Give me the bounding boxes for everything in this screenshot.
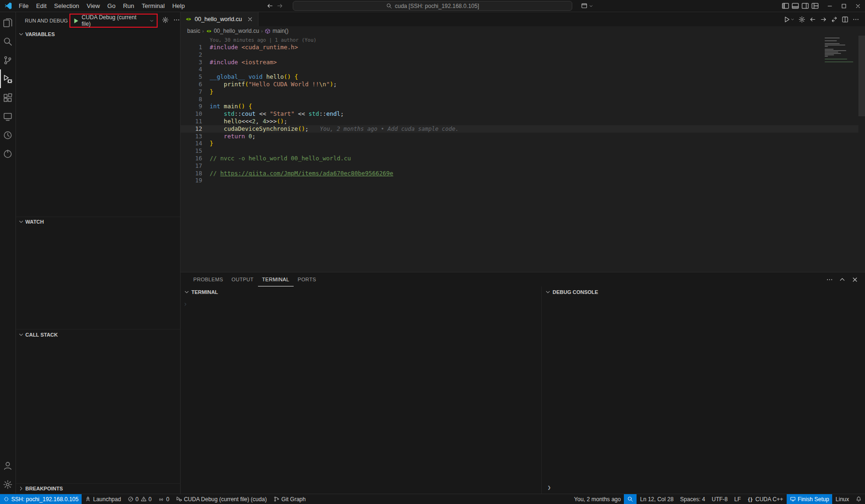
panel-tab-terminal[interactable]: TERMINAL — [258, 272, 294, 286]
toggle-secondary-sidebar-icon[interactable] — [801, 2, 809, 10]
menu-edit[interactable]: Edit — [32, 1, 50, 11]
more-actions-button[interactable] — [851, 15, 860, 24]
menu-file[interactable]: File — [15, 1, 32, 11]
activity-explorer-icon[interactable] — [0, 13, 15, 32]
panel-tab-ports[interactable]: PORTS — [294, 272, 320, 286]
code-link[interactable]: https://qiita.com/JmpM/items/ada670ec80b… — [220, 170, 394, 177]
breadcrumb-item[interactable]: main() — [265, 28, 288, 34]
activity-settings-gear-icon[interactable] — [0, 475, 15, 494]
status-ports[interactable]: 0 — [155, 494, 173, 504]
activity-search-icon[interactable] — [0, 32, 15, 51]
activity-gitlens-icon[interactable] — [0, 126, 15, 144]
activity-account-icon[interactable] — [0, 456, 15, 475]
line-number[interactable]: 8 — [181, 96, 202, 103]
status-encoding[interactable]: UTF-8 — [708, 494, 731, 504]
search-box[interactable]: cuda [SSH: pochi_192.168.0.105] — [293, 1, 572, 11]
status-blame[interactable]: You, 2 months ago — [571, 494, 624, 504]
minimap[interactable] — [823, 37, 858, 64]
section-header-call-stack[interactable]: CALL STACK — [16, 329, 180, 339]
minimize-button[interactable] — [823, 0, 837, 12]
close-tab-icon[interactable] — [247, 16, 253, 23]
line-number[interactable]: 2 — [181, 51, 202, 59]
menu-run[interactable]: Run — [119, 1, 138, 11]
line-number[interactable]: 9 — [181, 103, 202, 110]
maximize-panel-icon[interactable] — [839, 276, 846, 283]
code-line[interactable]: 13 return 0; — [181, 133, 858, 140]
code-editor[interactable]: You, 30 minutes ago | 1 author (You)1#in… — [181, 36, 865, 272]
activity-run-and-debug-icon[interactable] — [0, 69, 15, 88]
customize-layout-icon[interactable] — [811, 2, 819, 10]
close-panel-icon[interactable] — [851, 276, 858, 283]
line-number[interactable]: 12 — [181, 125, 202, 133]
section-header-watch[interactable]: WATCH — [16, 217, 180, 227]
line-number[interactable]: 17 — [181, 162, 202, 170]
code-line[interactable]: 7} — [181, 88, 858, 96]
scrollbar-slider[interactable] — [858, 36, 865, 116]
line-number[interactable]: 6 — [181, 81, 202, 88]
panel-tab-problems[interactable]: PROBLEMS — [189, 272, 228, 286]
line-number[interactable]: 13 — [181, 133, 202, 140]
line-number[interactable]: 19 — [181, 177, 202, 184]
code-line[interactable]: 19 — [181, 177, 858, 184]
run-or-debug-button[interactable] — [783, 15, 796, 24]
status-os[interactable]: Linux — [832, 494, 852, 504]
debug-console-body[interactable]: ❯ — [542, 298, 865, 494]
debug-settings-gear-icon[interactable] — [162, 16, 169, 25]
code-line[interactable]: 18// https://qiita.com/JmpM/items/ada670… — [181, 170, 858, 177]
code-line[interactable]: 15 — [181, 147, 858, 155]
status-finish-setup[interactable]: Finish Setup — [787, 494, 833, 504]
line-number[interactable]: 16 — [181, 155, 202, 162]
code-line[interactable]: 1#include <cuda_runtime.h> — [181, 44, 858, 51]
window-layout-dropdown[interactable] — [581, 2, 593, 9]
go-back-icon[interactable] — [266, 2, 273, 9]
status-notifications[interactable] — [852, 494, 865, 504]
line-number[interactable]: 10 — [181, 110, 202, 118]
close-window-button[interactable] — [851, 0, 865, 12]
line-number[interactable]: 1 — [181, 44, 202, 51]
line-number[interactable]: 15 — [181, 147, 202, 155]
section-header-variables[interactable]: VARIABLES — [16, 29, 180, 39]
go-back-button[interactable] — [808, 15, 817, 24]
debug-config-dropdown[interactable]: CUDA Debug (current file) — [82, 14, 154, 27]
editor-scrollbar[interactable] — [858, 36, 865, 272]
line-number[interactable]: 5 — [181, 73, 202, 81]
debug-console-section-header[interactable]: DEBUG CONSOLE — [542, 286, 865, 298]
toggle-panel-icon[interactable] — [791, 2, 799, 10]
line-number[interactable]: 7 — [181, 88, 202, 96]
more-debug-actions-icon[interactable] — [173, 16, 180, 25]
breadcrumb-item[interactable]: basic — [187, 28, 200, 34]
panel-tab-output[interactable]: OUTPUT — [228, 272, 258, 286]
tab-00-hello-world[interactable]: 00_hello_world.cu — [181, 12, 258, 26]
activity-live-share-icon[interactable] — [0, 144, 15, 163]
line-number[interactable]: 11 — [181, 118, 202, 125]
line-number[interactable]: 4 — [181, 66, 202, 73]
status-debug-config[interactable]: CUDA Debug (current file) (cuda) — [173, 494, 270, 504]
status-language-mode[interactable]: {}CUDA C++ — [744, 494, 786, 504]
debug-console-prompt[interactable]: ❯ — [547, 484, 551, 491]
status-zoom-indicator[interactable] — [624, 494, 637, 504]
configure-gear-button[interactable] — [797, 15, 806, 24]
line-number[interactable]: 14 — [181, 140, 202, 147]
code-line[interactable]: 6 printf("Hello CUDA World !!\n"); — [181, 81, 858, 88]
more-actions-icon[interactable] — [826, 276, 833, 283]
menu-selection[interactable]: Selection — [50, 1, 83, 11]
status-eol[interactable]: LF — [731, 494, 744, 504]
code-line[interactable]: 10 std::cout << "Start" << std::endl; — [181, 110, 858, 118]
terminal-section-header[interactable]: TERMINAL — [181, 286, 541, 298]
status-cursor-position[interactable]: Ln 12, Col 28 — [637, 494, 676, 504]
breadcrumb-item[interactable]: 00_hello_world.cu — [206, 28, 259, 34]
status-indentation[interactable]: Spaces: 4 — [677, 494, 708, 504]
status-launchpad[interactable]: Launchpad — [82, 494, 124, 504]
code-line[interactable]: 11 hello<<<2, 4>>>(); — [181, 118, 858, 125]
status-problems[interactable]: 00 — [124, 494, 155, 504]
code-line[interactable]: 14} — [181, 140, 858, 147]
start-debugging-button[interactable] — [73, 17, 80, 24]
status-git-graph[interactable]: Git Graph — [270, 494, 309, 504]
activity-extensions-icon[interactable] — [0, 88, 15, 107]
code-line[interactable]: 5__global__ void hello() { — [181, 73, 858, 81]
menu-go[interactable]: Go — [104, 1, 119, 11]
terminal-body[interactable] — [181, 298, 541, 494]
code-line[interactable]: 9int main() { — [181, 103, 858, 110]
line-number[interactable]: 18 — [181, 170, 202, 177]
activity-remote-explorer-icon[interactable] — [0, 107, 15, 126]
